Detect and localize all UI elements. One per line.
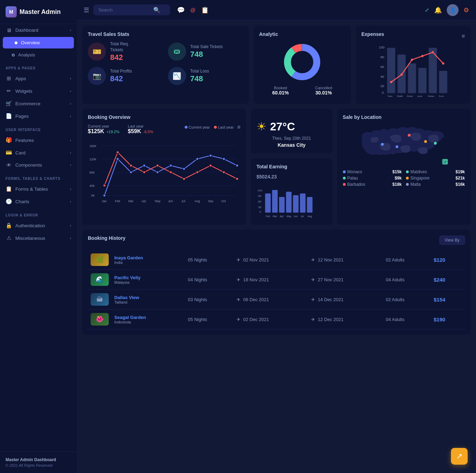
sidebar-item-apps[interactable]: ⊞ Apps ›	[0, 72, 77, 85]
weather-date: Thes, Sep 20th 2021	[256, 136, 327, 141]
footer-copy: © 2021 All Rights Reserved	[6, 463, 71, 467]
svg-text:Oct: Oct	[221, 199, 226, 203]
app-name: Master Admin	[20, 8, 61, 16]
sidebar-item-features[interactable]: 🎁 Features ›	[0, 134, 77, 146]
view-by-button[interactable]: View By	[439, 236, 465, 245]
chevron-icon: ›	[70, 187, 71, 191]
location-list: Monaco $15k Maldives $19k Palau $9k	[343, 169, 465, 187]
svg-point-93	[396, 145, 398, 148]
expenses-card: Expenses ≡ 100 80 60 40 20 0	[356, 26, 470, 104]
svg-point-45	[196, 158, 199, 160]
eye-icon: 👁	[6, 162, 12, 168]
svg-text:40K: 40K	[90, 184, 95, 188]
sale-location-card: Sale by Location	[337, 109, 470, 225]
sidebar-item-widgets[interactable]: ✏ Widgets ›	[0, 85, 77, 97]
topbar: ☰ 🔍 💬 @ 📋 ⤢ 🔔 👤 ⚙	[77, 0, 476, 20]
menu-icon[interactable]: ☰	[84, 6, 89, 14]
expand-icon[interactable]: ⤢	[425, 7, 429, 13]
sidebar-item-components[interactable]: 👁 Components ›	[0, 159, 77, 171]
price: $120	[431, 250, 465, 270]
svg-point-58	[223, 171, 225, 174]
expenses-chart: 100 80 60 40 20 0	[361, 41, 465, 97]
price: $190	[431, 310, 465, 329]
svg-text:80K: 80K	[90, 171, 95, 174]
chevron-icon: ›	[70, 102, 71, 106]
svg-point-54	[169, 171, 172, 174]
alert-icon: ⚠	[6, 235, 12, 241]
chart-icon: 🕐	[6, 198, 12, 205]
stat-value-req: 842	[110, 53, 129, 62]
booking-history-table: 🌿 Inaya Garden India 05 Nights ✈ 02 Nov …	[88, 250, 465, 329]
clipboard-icon[interactable]: 📋	[201, 6, 209, 14]
svg-point-90	[381, 143, 384, 146]
svg-rect-76	[272, 190, 278, 213]
loc-dot-barbados	[343, 183, 346, 186]
sidebar-item-label: Charts	[15, 199, 29, 204]
sidebar-item-label: Components	[15, 162, 42, 168]
stat-label-req: Total Req.Tickets	[110, 41, 129, 53]
checkout: ✈ 27 Nov 2021	[308, 270, 383, 290]
legend-dot-last	[214, 126, 217, 129]
search-box[interactable]: 🔍	[93, 5, 170, 15]
chart-menu-icon[interactable]: ≡	[237, 124, 240, 130]
checkin: ✈ 02 Nov 2021	[234, 250, 308, 270]
message-icon[interactable]: 💬	[177, 6, 185, 14]
earning-card: Total Earning $5024.23 120 90 60 30 0	[251, 158, 332, 225]
dest-name: Seagal Garden	[114, 315, 182, 320]
stat-item-profit: 📷 Total Profits 842	[88, 67, 163, 85]
fab-button[interactable]: ↗	[451, 448, 468, 465]
earning-chart: 120 90 60 30 0 Feb Mar	[256, 186, 327, 218]
booking-history-card: Booking History View By 🌿 Inaya Garden I…	[82, 230, 470, 335]
svg-text:Mar: Mar	[407, 94, 413, 97]
logo: M Master Admin	[0, 0, 77, 24]
sidebar-item-auth[interactable]: 🔒 Authentication ›	[0, 219, 77, 232]
svg-text:0K: 0K	[91, 194, 95, 197]
lock-icon: 🔒	[6, 222, 12, 229]
dot-icon	[15, 41, 17, 44]
svg-rect-12	[408, 63, 416, 93]
sidebar-item-ecommerce[interactable]: 🛒 Ecommerce ›	[0, 97, 77, 110]
chevron-icon: ›	[70, 151, 71, 155]
svg-text:Jun: Jun	[294, 215, 298, 218]
sidebar-item-analysis[interactable]: Analysis	[0, 49, 77, 61]
topbar-icons: 💬 @ 📋	[177, 6, 209, 14]
chevron-icon: ›	[70, 77, 71, 81]
email-icon[interactable]: @	[190, 7, 195, 13]
currency-symbol: $	[256, 174, 259, 180]
search-icon: 🔍	[153, 7, 160, 13]
location-item-palau: Palau $9k	[343, 176, 402, 181]
current-year-meta: Current year $125K +19.2%	[88, 124, 120, 135]
fab-icon: ↗	[456, 452, 462, 461]
dest-country: Malaysia	[114, 280, 182, 284]
checkin: ✈ 06 Dec 2021	[234, 290, 308, 310]
gear-icon[interactable]: ⚙	[463, 6, 469, 14]
avatar[interactable]: 👤	[447, 4, 459, 16]
svg-rect-10	[387, 48, 395, 93]
search-input[interactable]	[98, 7, 151, 13]
stat-label-sale: Total Sale Tickets	[190, 44, 223, 50]
svg-point-89	[408, 134, 410, 137]
sidebar-item-forms[interactable]: 📋 Forms & Tables ›	[0, 183, 77, 195]
sidebar-item-label: Apps	[15, 76, 26, 81]
sidebar-item-overview[interactable]: Overview	[3, 37, 74, 48]
sidebar-item-pages[interactable]: 📄 Pages ›	[0, 110, 77, 122]
svg-point-40	[130, 171, 132, 174]
section-label-apps: APPS & PAGES	[0, 61, 77, 72]
earning-title: Total Earning	[256, 164, 327, 169]
sidebar-item-card[interactable]: 💳 Card ›	[0, 146, 77, 159]
svg-text:Apr: Apr	[280, 215, 284, 218]
history-title: Booking History	[88, 235, 125, 241]
svg-point-43	[169, 164, 172, 167]
loc-name-singapore: Singapore	[410, 176, 430, 181]
svg-text:Mar: Mar	[273, 215, 277, 218]
bell-icon[interactable]: 🔔	[434, 6, 442, 14]
history-header: Booking History View By	[88, 235, 465, 245]
stat-icon-req: 🎫	[88, 43, 106, 61]
expenses-menu-icon[interactable]: ≡	[462, 33, 465, 39]
sidebar-item-charts[interactable]: 🕐 Charts ›	[0, 195, 77, 208]
svg-point-56	[196, 171, 199, 174]
cancelled-value: 30.01%	[315, 90, 332, 96]
svg-point-38	[103, 194, 106, 197]
sidebar-item-dashboard[interactable]: 🖥 Dashboard ›	[0, 24, 77, 36]
sidebar-item-misc[interactable]: ⚠ Miscellaneous ›	[0, 232, 77, 244]
